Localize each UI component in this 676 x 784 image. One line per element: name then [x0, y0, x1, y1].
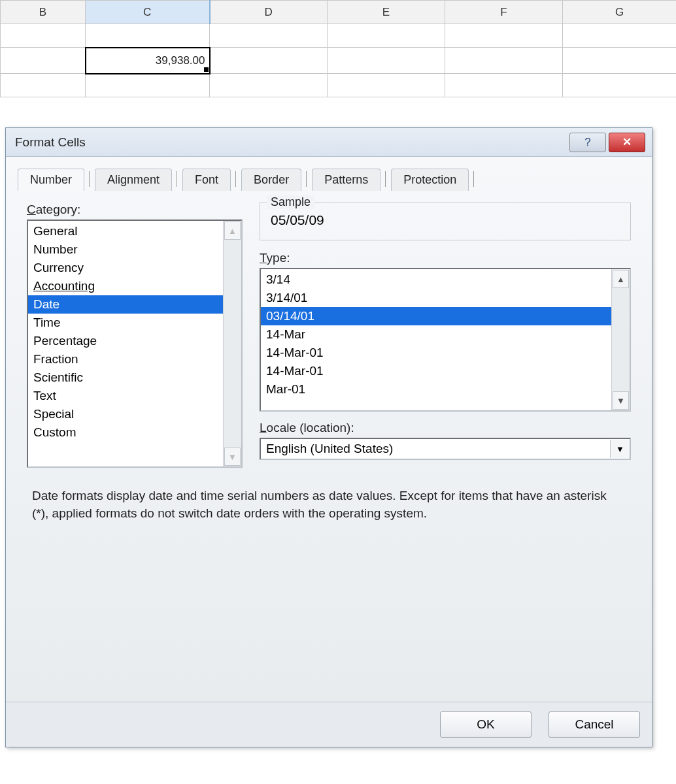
col-header-C[interactable]: C [86, 1, 210, 24]
selected-cell-value: 39,938.00 [156, 54, 205, 67]
cell[interactable] [328, 48, 445, 74]
cell[interactable] [563, 24, 677, 48]
col-header-F[interactable]: F [445, 1, 563, 24]
cell[interactable] [445, 24, 563, 48]
cell[interactable] [328, 24, 445, 48]
cell[interactable] [210, 48, 328, 74]
cell[interactable] [86, 24, 210, 48]
grid-row [1, 74, 677, 97]
spreadsheet-grid[interactable]: B C D E F G 39,938.00 [0, 0, 676, 97]
cell[interactable] [445, 48, 563, 74]
fill-handle[interactable] [204, 67, 209, 72]
grid-row [1, 24, 677, 48]
cell[interactable] [563, 48, 677, 74]
column-header-row: B C D E F G [1, 1, 677, 24]
cell[interactable] [1, 24, 86, 48]
cell[interactable] [1, 74, 86, 97]
cell[interactable] [210, 24, 328, 48]
col-header-D[interactable]: D [210, 1, 328, 24]
cell[interactable] [445, 74, 563, 97]
col-header-E[interactable]: E [328, 1, 445, 24]
cell[interactable] [563, 74, 677, 97]
col-header-G[interactable]: G [563, 1, 677, 24]
cell[interactable] [86, 74, 210, 97]
grid-row: 39,938.00 [1, 48, 677, 74]
cell[interactable] [1, 48, 86, 74]
cell[interactable] [328, 74, 445, 97]
cell[interactable] [210, 74, 328, 97]
col-header-B[interactable]: B [1, 1, 86, 24]
selected-cell[interactable]: 39,938.00 [86, 48, 210, 74]
